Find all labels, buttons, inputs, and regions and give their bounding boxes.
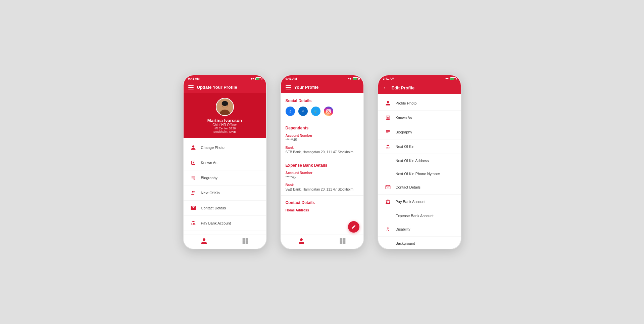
profile-location-2: Stockholm, SWE [213,130,236,133]
status-right-2: ▾▾ [348,77,359,80]
menu-label-biography-1: Biography [201,176,218,180]
linkedin-icon[interactable]: in [298,107,308,116]
menu-change-photo[interactable]: Change Photo [184,140,266,155]
bottom-person-icon-2[interactable] [298,238,305,246]
time-2: 9:41 AM [286,77,297,80]
contact-details-title: Contact Details [281,197,363,207]
edit-label-next-of-kin: Next Of Kin [396,145,414,149]
edit-biography[interactable]: Biography [378,125,461,139]
svg-rect-31 [386,201,387,203]
svg-point-20 [328,110,330,112]
profile-body: Social Details f in 🐦 [281,93,363,235]
bio-icon-1 [190,174,197,181]
edit-next-of-kin-address[interactable]: Next Of Kin Address [378,154,461,167]
instagram-icon[interactable] [324,107,333,116]
social-details-title: Social Details [281,95,363,105]
edit-known-as[interactable]: Known As [378,111,461,125]
group-icon-3 [384,143,392,150]
svg-point-6 [193,162,194,163]
svg-rect-17 [243,241,245,244]
profile-name: Martina Ivarsson [207,118,242,123]
menu-label-known-as-1: Known As [201,161,217,165]
edit-disability[interactable]: Disability [378,222,461,237]
wifi-icon-3: ▾▾ [445,77,449,80]
svg-rect-22 [340,238,343,241]
wifi-icon-2: ▾▾ [348,77,351,80]
edit-label-profile-photo: Profile Photo [396,101,417,105]
bottom-nav-2 [281,235,363,249]
svg-rect-18 [246,241,248,244]
edit-next-of-kin[interactable]: Next Of Kin [378,139,461,154]
svg-rect-25 [343,241,346,244]
envelope-icon-1 [190,204,197,212]
svg-rect-23 [343,238,346,241]
menu-contact-details-1[interactable]: Contact Details [184,201,266,216]
svg-point-4 [221,101,228,106]
svg-rect-34 [386,203,390,204]
edit-pay-bank[interactable]: Pay Bank Account [378,195,461,209]
header-title-3: Edit Profile [392,85,415,90]
header-3: ← Edit Profile [378,81,461,94]
social-icons-row: f in 🐦 [281,105,363,119]
svg-rect-15 [243,238,245,241]
edit-label-pay-bank: Pay Bank Account [396,200,426,204]
edit-menu-list: Profile Photo Known As [378,94,461,249]
facebook-icon[interactable]: f [286,107,295,116]
edit-background[interactable]: Background [378,237,461,249]
menu-disability-1[interactable]: Disability [184,231,266,235]
bank-icon-3 [384,198,392,205]
menu-label-change-photo: Change Photo [201,146,225,150]
menu-next-of-kin-1[interactable]: Next Of Kin [184,186,266,201]
home-address-label: Home Address [286,208,359,212]
bottom-person-icon-1[interactable] [201,238,207,246]
status-bar-1: 9:41 AM ▾▾ [184,75,266,81]
hamburger-icon-2[interactable] [286,85,291,89]
svg-rect-24 [340,241,343,244]
dep-bank-label: Bank [286,146,359,150]
edit-profile-photo[interactable]: Profile Photo [378,96,461,111]
status-bar-2: 9:41 AM ▾▾ [281,75,363,81]
edit-label-biography: Biography [396,130,412,134]
accessibility-icon-3 [384,226,392,233]
back-button[interactable]: ← [383,85,388,91]
menu-pay-bank-1[interactable]: Pay Bank Account [184,216,266,231]
exp-bank-value: SEB Bank, Hamngatan 20, 111 47 Stockholm [286,188,359,191]
edit-contact-details[interactable]: Contact Details [378,180,461,195]
svg-point-27 [387,117,389,118]
badge-icon-3 [384,114,392,121]
edit-label-expense-bank: Expense Bank Account [396,214,434,218]
avatar [216,98,234,116]
battery-icon-1 [255,77,261,80]
edit-fab-button[interactable] [348,221,359,233]
bottom-grid-icon-1[interactable] [242,238,249,246]
phone-update-profile: 9:41 AM ▾▾ Update Your Profile [183,75,267,249]
twitter-icon[interactable]: 🐦 [311,107,320,116]
svg-point-9 [193,191,195,193]
edit-label-disability: Disability [396,227,410,231]
edit-expense-bank[interactable]: Expense Bank Account [378,209,461,222]
edit-label-nok-address: Next Of Kin Address [396,159,429,163]
edit-label-background: Background [396,241,415,245]
menu-biography-1[interactable]: Biography [184,170,266,186]
edit-next-of-kin-phone[interactable]: Next Of Kin Phone Nymber [378,167,461,180]
dependents-bank-field: Bank SEB Bank, Hamngatan 20, 111 47 Stoc… [281,145,363,157]
status-bar-3: 9:41 AM ▾▾ [378,75,461,81]
profile-location-1: HR Center S228 [213,127,236,130]
hamburger-icon-1[interactable] [188,85,194,89]
expense-bank-title: Expense Bank Details [281,160,363,170]
svg-rect-10 [191,223,192,225]
svg-point-29 [388,145,389,146]
header-2: Your Profile [281,81,363,93]
divider-2 [281,158,363,158]
bio-icon-3 [384,128,392,136]
bottom-nav-1 [184,235,266,249]
expense-account-field: Account Number *****45 [281,170,363,182]
dep-account-value: ******45 [286,138,359,142]
wifi-icon-1: ▾▾ [251,77,254,80]
exp-account-value: *****45 [286,175,359,179]
menu-known-as-1[interactable]: Known As [184,155,266,170]
profile-hero: Martina Ivarsson Chief HR Officer HR Cen… [184,93,266,138]
dependents-account-field: Account Number ******45 [281,132,363,145]
bottom-grid-icon-2[interactable] [339,238,346,246]
phone-your-profile: 9:41 AM ▾▾ Your Profile Social Details f [280,75,364,249]
